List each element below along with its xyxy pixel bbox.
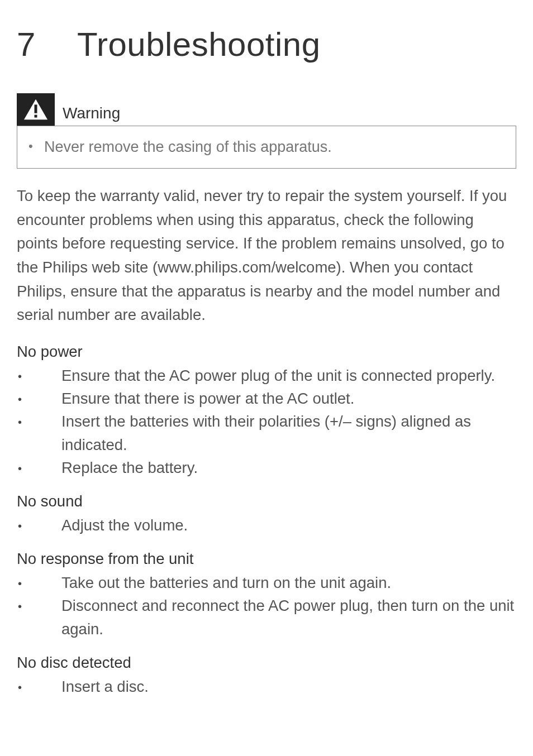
warning-body: • Never remove the casing of this appara… (17, 126, 516, 169)
svg-rect-2 (35, 115, 37, 118)
list-item: •Replace the battery. (17, 456, 516, 479)
warning-icon (17, 93, 55, 126)
bullet-dot: • (28, 136, 44, 158)
section-list: •Take out the batteries and turn on the … (17, 571, 516, 640)
list-item-text: Insert a disc. (61, 675, 516, 698)
section-heading: No sound (17, 490, 516, 513)
svg-rect-1 (35, 104, 37, 113)
section-no-response: No response from the unit •Take out the … (17, 548, 516, 640)
list-item: •Disconnect and reconnect the AC power p… (17, 594, 516, 640)
warning-header: Warning (17, 93, 516, 126)
warning-item: • Never remove the casing of this appara… (28, 136, 505, 158)
warning-callout: Warning • Never remove the casing of thi… (17, 93, 516, 169)
list-item-text: Replace the battery. (61, 456, 516, 479)
section-list: •Ensure that the AC power plug of the un… (17, 364, 516, 479)
section-no-disc: No disc detected •Insert a disc. (17, 652, 516, 698)
chapter-number: 7 (17, 20, 77, 69)
list-item-text: Disconnect and reconnect the AC power pl… (61, 594, 516, 640)
list-item: •Ensure that there is power at the AC ou… (17, 387, 516, 410)
list-item-text: Insert the batteries with their polariti… (61, 410, 516, 456)
section-list: •Insert a disc. (17, 675, 516, 698)
chapter-title: Troubleshooting (77, 26, 321, 63)
bullet-dot: • (17, 387, 61, 408)
section-heading: No response from the unit (17, 548, 516, 570)
bullet-dot: • (17, 594, 61, 615)
bullet-dot: • (17, 364, 61, 385)
list-item: •Ensure that the AC power plug of the un… (17, 364, 516, 387)
list-item-text: Take out the batteries and turn on the u… (61, 571, 516, 594)
bullet-dot: • (17, 456, 61, 477)
list-item: •Insert a disc. (17, 675, 516, 698)
list-item: •Adjust the volume. (17, 514, 516, 537)
list-item-text: Adjust the volume. (61, 514, 516, 537)
bullet-dot: • (17, 571, 61, 592)
list-item-text: Ensure that the AC power plug of the uni… (61, 364, 516, 387)
list-item-text: Ensure that there is power at the AC out… (61, 387, 516, 410)
list-item: •Insert the batteries with their polarit… (17, 410, 516, 456)
section-heading: No disc detected (17, 652, 516, 674)
warning-label: Warning (55, 94, 120, 125)
section-no-sound: No sound •Adjust the volume. (17, 490, 516, 537)
section-heading: No power (17, 341, 516, 363)
chapter-heading: 7Troubleshooting (17, 20, 516, 69)
warning-item-text: Never remove the casing of this apparatu… (44, 136, 332, 158)
list-item: •Take out the batteries and turn on the … (17, 571, 516, 594)
section-no-power: No power •Ensure that the AC power plug … (17, 341, 516, 479)
bullet-dot: • (17, 410, 61, 430)
bullet-dot: • (17, 675, 61, 696)
bullet-dot: • (17, 514, 61, 534)
intro-paragraph: To keep the warranty valid, never try to… (17, 184, 516, 327)
section-list: •Adjust the volume. (17, 514, 516, 537)
